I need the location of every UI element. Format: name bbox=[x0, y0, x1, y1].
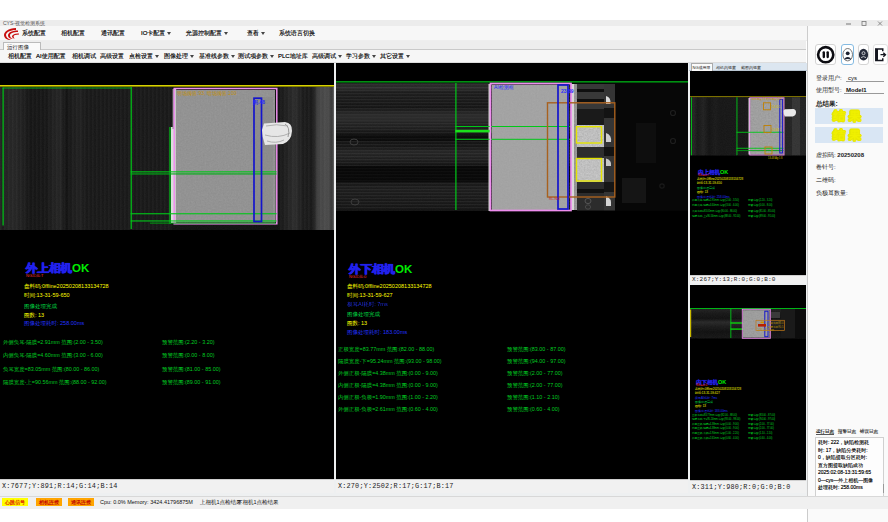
svg-text:图.48: 图.48 bbox=[253, 99, 265, 106]
svg-text:AI检测框: AI检测框 bbox=[494, 84, 514, 91]
svg-text:13.48 Ag:1 8: 13.48 Ag:1 8 bbox=[768, 155, 783, 159]
svg-text:明场阈值:93 暗场阈值:100: 明场阈值:93 暗场阈值:100 bbox=[752, 96, 783, 100]
svg-text:13.48:1: 13.48:1 bbox=[772, 128, 781, 132]
svg-text:隔膜宽度90.5: 隔膜宽度90.5 bbox=[768, 325, 784, 329]
svg-text:RL.NG: RL.NG bbox=[549, 197, 560, 201]
svg-text:12.45:1: 12.45:1 bbox=[772, 105, 781, 109]
svg-text:2.91 4.60 mm: 2.91 4.60 mm bbox=[758, 328, 775, 332]
svg-text:23.89: 23.89 bbox=[561, 88, 574, 94]
svg-text:明场阈值:93, 暗场阈值:100: 明场阈值:93, 暗场阈值:100 bbox=[177, 90, 237, 97]
svg-text:负耳宽度83.0: 负耳宽度83.0 bbox=[768, 321, 784, 325]
